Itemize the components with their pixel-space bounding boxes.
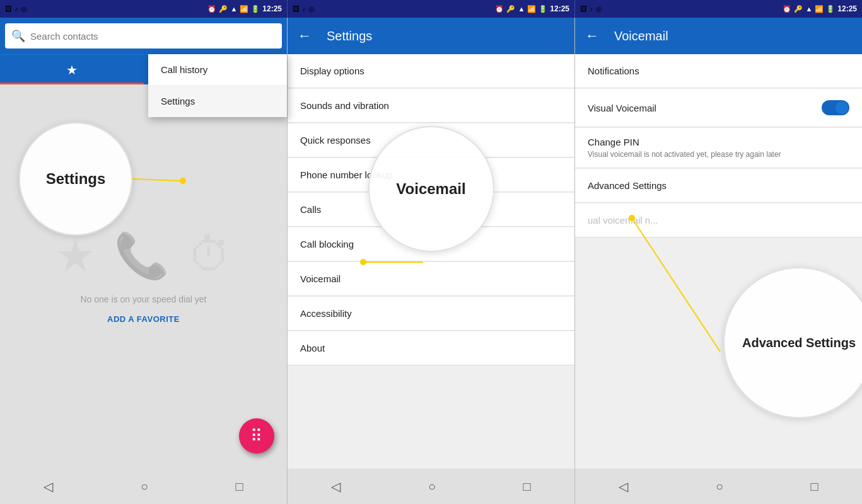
advanced-settings-label: Advanced Settings <box>588 180 667 191</box>
star-icon: ★ <box>66 62 78 77</box>
status-left-icons-3: 🖼 ♪ ◎ <box>580 5 602 13</box>
notifications-label: Notifications <box>588 66 639 76</box>
phone-placeholder-icon: 📞 <box>114 230 169 282</box>
battery-icon-3: 🔋 <box>826 5 835 13</box>
dropdown-item-call-history[interactable]: Call history <box>148 54 287 86</box>
battery-icon: 🔋 <box>251 5 260 13</box>
settings-item-blocking[interactable]: Call blocking <box>288 227 574 261</box>
visual-voicemail-label: Visual Voicemail <box>588 103 656 113</box>
signal-icon-3: 📶 <box>815 5 824 13</box>
clock-placeholder-icon: ⏱ <box>188 230 232 282</box>
nav-panel-1: ◁ ○ □ <box>0 469 288 504</box>
settings-item-sounds[interactable]: Sounds and vibration <box>288 89 574 123</box>
change-pin-sub: Visual voicemail is not activated yet, p… <box>588 150 849 159</box>
app-icon-2c: ◎ <box>308 5 315 13</box>
nav-back-3[interactable]: ◁ <box>619 479 628 494</box>
settings-item-accessibility[interactable]: Accessibility <box>288 297 574 331</box>
wifi-icon: ▲ <box>230 5 237 13</box>
signal-icon-2: 📶 <box>527 5 536 13</box>
settings-item-display[interactable]: Display options <box>288 54 574 88</box>
add-favorite-button[interactable]: ADD A FAVORITE <box>107 314 180 324</box>
status-left-icons-1: 🖼 ♪ ◎ <box>5 5 27 13</box>
voicemail-item-visual[interactable]: Visual Voicemail <box>575 89 862 127</box>
app-icon-1b: ♪ <box>15 5 18 13</box>
nav-back-1[interactable]: ◁ <box>44 479 53 494</box>
app-icon-1a: 🖼 <box>5 5 12 13</box>
nav-panel-3: ◁ ○ □ <box>575 469 862 504</box>
main-area: 🔍 Call history Settings ★ ⏱ <box>0 18 862 469</box>
settings-back-button[interactable]: ← <box>298 28 312 44</box>
settings-item-quick[interactable]: Quick responses <box>288 123 574 158</box>
nav-bar: ◁ ○ □ ◁ ○ □ ◁ ○ □ <box>0 469 862 504</box>
tab-favorites[interactable]: ★ <box>0 55 144 84</box>
voicemail-title: Voicemail <box>614 29 668 43</box>
status-panel-3: 🖼 ♪ ◎ ⏰ 🔑 ▲ 📶 🔋 12:25 <box>575 0 862 18</box>
nav-back-2[interactable]: ◁ <box>331 479 341 494</box>
alarm-icon-2: ⏰ <box>495 5 504 13</box>
status-time-2: 12:25 <box>550 4 569 13</box>
status-panel-1: 🖼 ♪ ◎ ⏰ 🔑 ▲ 📶 🔋 12:25 <box>0 0 288 18</box>
nav-panel-2: ◁ ○ □ <box>288 469 575 504</box>
alarm-icon-3: ⏰ <box>783 5 791 13</box>
settings-item-voicemail[interactable]: Voicemail <box>288 262 574 296</box>
status-right-icons-1: ⏰ 🔑 ▲ 📶 🔋 12:25 <box>207 4 282 13</box>
dialpad-fab[interactable]: ⠿ <box>239 418 274 454</box>
speed-dial-icons: ★ 📞 ⏱ <box>55 230 232 282</box>
wifi-icon-2: ▲ <box>518 5 525 13</box>
svg-point-1 <box>180 178 186 184</box>
alarm-icon: ⏰ <box>207 5 216 13</box>
dropdown-menu: Call history Settings <box>148 54 287 117</box>
key-icon-3: 🔑 <box>794 5 803 13</box>
status-time-1: 12:25 <box>262 4 282 13</box>
app-icon-3c: ◎ <box>596 5 602 13</box>
status-left-icons-2: 🖼 ♪ ◎ <box>293 5 315 13</box>
settings-list: Display options Sounds and vibration Qui… <box>288 54 574 469</box>
nav-home-3[interactable]: ○ <box>716 479 723 494</box>
nav-recent-1[interactable]: □ <box>236 479 243 494</box>
status-right-icons-2: ⏰ 🔑 ▲ 📶 🔋 12:25 <box>495 4 569 13</box>
app-icon-2a: 🖼 <box>293 5 300 13</box>
svg-line-0 <box>132 179 183 181</box>
dialpad-icon: ⠿ <box>250 427 263 446</box>
signal-icon: 📶 <box>240 5 248 13</box>
empty-state-text: No one is on your speed dial yet <box>80 294 206 304</box>
settings-header: ← Settings <box>288 18 574 54</box>
nav-recent-2[interactable]: □ <box>523 479 531 494</box>
voicemail-empty-area: ual voicemail n... <box>575 203 862 392</box>
phone-header: 🔍 <box>0 18 287 54</box>
voicemail-item-notifications[interactable]: Notifications <box>575 54 862 88</box>
nav-home-1[interactable]: ○ <box>141 479 148 494</box>
voicemail-item-advanced[interactable]: Advanced Settings <box>575 169 862 203</box>
nav-recent-3[interactable]: □ <box>811 479 818 494</box>
annotation-settings-label: Settings <box>46 170 106 188</box>
star-placeholder-icon: ★ <box>55 230 95 282</box>
dropdown-item-settings[interactable]: Settings <box>148 86 287 117</box>
voicemail-item-pin[interactable]: Change PIN Visual voicemail is not activ… <box>575 128 862 168</box>
key-icon-2: 🔑 <box>506 5 515 13</box>
settings-item-phone[interactable]: Phone number lookup <box>288 158 574 192</box>
change-pin-label: Change PIN <box>588 137 849 147</box>
status-right-icons-3: ⏰ 🔑 ▲ 📶 🔋 12:25 <box>783 4 857 13</box>
search-bar[interactable]: 🔍 <box>5 23 282 49</box>
app-icon-2b: ♪ <box>302 5 306 13</box>
nav-home-2[interactable]: ○ <box>428 479 436 494</box>
status-panel-2: 🖼 ♪ ◎ ⏰ 🔑 ▲ 📶 🔋 12:25 <box>288 0 575 18</box>
app-icon-3a: 🖼 <box>580 5 587 13</box>
annotation-settings-circle: Settings <box>19 122 132 236</box>
app-icon-3b: ♪ <box>590 5 593 13</box>
settings-item-about[interactable]: About <box>288 331 574 365</box>
search-input[interactable] <box>30 31 276 42</box>
voicemail-back-button[interactable]: ← <box>585 28 599 44</box>
key-icon: 🔑 <box>219 5 228 13</box>
panel-voicemail: ← Voicemail Notifications Visual Voicema… <box>575 18 862 469</box>
voicemail-partial-text: ual voicemail n... <box>575 203 862 238</box>
status-time-3: 12:25 <box>837 4 857 13</box>
voicemail-header: ← Voicemail <box>575 18 862 54</box>
visual-voicemail-toggle[interactable] <box>822 100 849 115</box>
wifi-icon-3: ▲ <box>805 5 812 13</box>
panel-phone: 🔍 Call history Settings ★ ⏱ <box>0 18 288 469</box>
panel-body-phone: ★ 📞 ⏱ No one is on your speed dial yet A… <box>0 84 287 469</box>
app-icon-1c: ◎ <box>21 5 27 13</box>
settings-item-calls[interactable]: Calls <box>288 193 574 227</box>
status-bar: 🖼 ♪ ◎ ⏰ 🔑 ▲ 📶 🔋 12:25 🖼 ♪ ◎ ⏰ 🔑 <box>0 0 862 18</box>
